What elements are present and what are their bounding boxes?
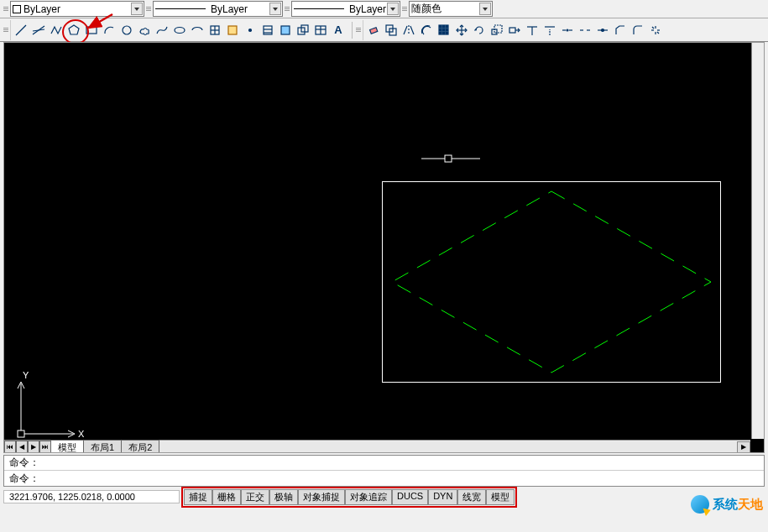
horizontal-scrollbar[interactable]: ⏮ ◀ ▶ ⏭ 模型布局1布局2 ▶ <box>4 440 750 453</box>
circle-button[interactable] <box>118 22 135 39</box>
dropdown-icon[interactable] <box>131 3 143 15</box>
status-toggle-捕捉[interactable]: 捕捉 <box>184 489 212 505</box>
rotate-button[interactable] <box>471 22 488 39</box>
copy-button[interactable] <box>383 22 400 39</box>
stretch-icon <box>508 23 521 37</box>
region-button[interactable] <box>295 22 311 39</box>
fillet-button[interactable] <box>630 22 646 39</box>
layer-combo[interactable]: ByLayer <box>10 1 144 17</box>
svg-rect-27 <box>439 29 441 31</box>
status-toggle-正交[interactable]: 正交 <box>241 489 269 505</box>
tab-first-button[interactable]: ⏮ <box>4 441 16 453</box>
revcloud-icon <box>138 23 151 37</box>
chamfer-icon <box>614 23 627 37</box>
chamfer-button[interactable] <box>612 22 629 39</box>
properties-bar: ByLayer ByLayer ByLayer 随颜色 <box>0 0 768 18</box>
revcloud-button[interactable] <box>136 22 153 39</box>
spline-button[interactable] <box>154 22 170 39</box>
makeblock-icon <box>226 23 239 37</box>
erase-button[interactable] <box>365 22 382 39</box>
arc-button[interactable] <box>101 22 118 39</box>
break-button[interactable] <box>577 22 593 39</box>
tab-last-button[interactable]: ⏭ <box>39 441 51 453</box>
gradient-button[interactable] <box>277 22 294 39</box>
svg-rect-34 <box>446 32 448 34</box>
dropdown-icon[interactable] <box>269 3 281 15</box>
toolbar-grip[interactable] <box>402 6 407 12</box>
join-button[interactable] <box>594 22 611 39</box>
layout-tab-0[interactable]: 模型 <box>50 440 84 454</box>
main-toolbars: A <box>0 18 768 42</box>
status-toggle-栅格[interactable]: 栅格 <box>212 489 241 505</box>
layer-combo-value: ByLayer <box>24 3 60 15</box>
svg-rect-30 <box>442 29 445 31</box>
mtext-button[interactable]: A <box>330 22 347 39</box>
svg-point-7 <box>175 27 185 33</box>
breakpoint-button[interactable] <box>559 22 576 39</box>
insert-button[interactable] <box>206 22 223 39</box>
toolbar-grip[interactable] <box>3 27 8 33</box>
rotate-icon <box>473 23 486 37</box>
arc-icon <box>102 23 116 37</box>
drawing-viewport[interactable]: Y X ⏮ ◀ ▶ ⏭ 模型布局1布局2 ▶ <box>3 42 765 453</box>
color-combo[interactable]: 随颜色 <box>409 1 493 17</box>
line-button[interactable] <box>13 22 29 39</box>
status-toggle-DYN[interactable]: DYN <box>428 489 457 505</box>
stretch-button[interactable] <box>506 22 523 39</box>
tab-prev-button[interactable]: ◀ <box>16 441 28 453</box>
ellipsearc-button[interactable] <box>189 22 206 39</box>
pline-button[interactable] <box>48 22 65 39</box>
toolbar-grip[interactable] <box>285 6 290 12</box>
xline-button[interactable] <box>30 22 47 39</box>
svg-rect-22 <box>370 27 378 33</box>
array-button[interactable] <box>436 22 452 39</box>
vertical-scrollbar[interactable] <box>751 43 765 439</box>
svg-rect-39 <box>509 28 515 33</box>
mirror-button[interactable] <box>400 22 417 39</box>
coordinates-readout: 3221.9706, 1225.0218, 0.0000 <box>3 490 180 503</box>
toolbar-grip[interactable] <box>146 6 151 12</box>
svg-rect-11 <box>228 26 237 34</box>
command-input-line[interactable]: 命令： <box>4 471 764 486</box>
svg-text:Y: Y <box>23 370 29 380</box>
status-toggle-对象追踪[interactable]: 对象追踪 <box>345 489 392 505</box>
layout-tab-1[interactable]: 布局1 <box>83 440 122 454</box>
explode-button[interactable] <box>647 22 664 39</box>
svg-marker-61 <box>392 191 711 373</box>
watermark-logo: 系统天地 <box>691 495 763 514</box>
layout-tab-2[interactable]: 布局2 <box>121 440 159 454</box>
spline-icon <box>155 23 169 37</box>
dropdown-icon[interactable] <box>387 3 399 15</box>
status-toggle-DUCS[interactable]: DUCS <box>392 489 428 505</box>
hatch-button[interactable] <box>259 22 276 39</box>
extend-button[interactable] <box>541 22 558 39</box>
dropdown-icon[interactable] <box>479 3 491 15</box>
tab-next-button[interactable]: ▶ <box>28 441 39 453</box>
rectangle-button[interactable] <box>83 22 100 39</box>
ellipse-button[interactable] <box>171 22 188 39</box>
scale-button[interactable] <box>488 22 505 39</box>
offset-button[interactable] <box>418 22 435 39</box>
status-bar: 3221.9706, 1225.0218, 0.0000 捕捉栅格正交极轴对象捕… <box>3 488 765 505</box>
point-button[interactable] <box>242 22 259 39</box>
lineweight-combo-value: ByLayer <box>349 3 386 15</box>
command-window[interactable]: 命令： 命令： <box>3 455 765 487</box>
lineweight-combo[interactable]: ByLayer <box>291 1 400 17</box>
polygon-icon <box>67 23 81 37</box>
status-toggle-极轴[interactable]: 极轴 <box>269 489 298 505</box>
scroll-right-button[interactable]: ▶ <box>737 441 750 453</box>
toolbar-grip[interactable] <box>3 6 8 12</box>
trim-button[interactable] <box>524 22 541 39</box>
svg-rect-31 <box>442 32 445 34</box>
table-button[interactable] <box>312 22 329 39</box>
move-button[interactable] <box>453 22 470 39</box>
status-toggle-模型[interactable]: 模型 <box>486 489 515 505</box>
status-toggle-对象捕捉[interactable]: 对象捕捉 <box>298 489 345 505</box>
toolbar-grip[interactable] <box>356 27 361 33</box>
svg-rect-59 <box>445 155 452 162</box>
linetype-combo[interactable]: ByLayer <box>153 1 283 17</box>
svg-rect-29 <box>442 25 445 28</box>
polygon-button[interactable] <box>65 22 82 39</box>
makeblock-button[interactable] <box>224 22 241 39</box>
status-toggle-线宽[interactable]: 线宽 <box>457 489 486 505</box>
